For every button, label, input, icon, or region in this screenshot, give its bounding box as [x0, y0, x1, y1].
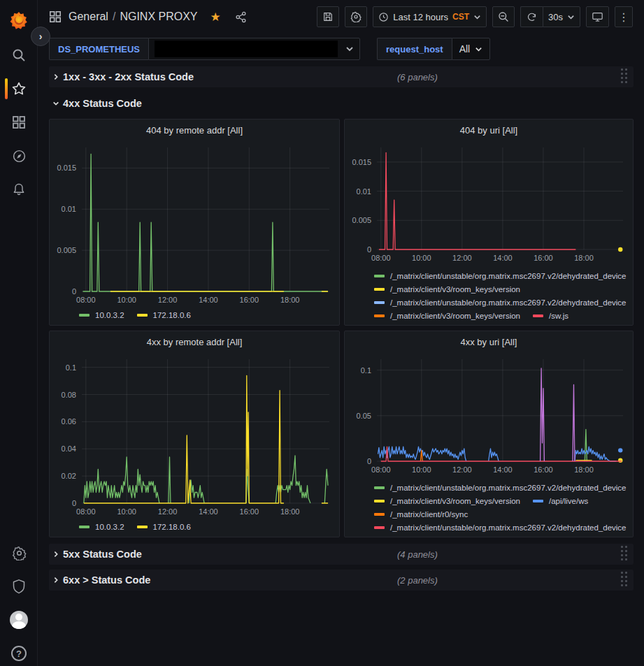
- chart-legend: 10.0.3.2172.18.0.6: [50, 310, 339, 319]
- legend-swatch: [79, 526, 90, 528]
- request-host-variable-select[interactable]: All: [452, 38, 491, 60]
- refresh-button[interactable]: [520, 6, 543, 27]
- legend-item[interactable]: /_matrix/client/unstable/org.matrix.msc2…: [374, 523, 627, 532]
- help-icon[interactable]: ?: [0, 642, 38, 665]
- row-title: 1xx - 3xx - 2xx Status Code: [63, 71, 194, 82]
- svg-text:0.01: 0.01: [62, 205, 76, 213]
- datasource-variable-select[interactable]: [148, 38, 360, 60]
- svg-text:08:00: 08:00: [76, 296, 96, 304]
- svg-text:18:00: 18:00: [574, 465, 594, 474]
- row-drag-handle[interactable]: [621, 572, 629, 588]
- tv-kiosk-button[interactable]: [586, 6, 609, 27]
- legend-swatch: [374, 500, 385, 502]
- legend-item[interactable]: 172.18.0.6: [137, 311, 191, 319]
- svg-text:08:00: 08:00: [371, 254, 391, 262]
- chevron-down-icon: [345, 45, 354, 53]
- refresh-interval-value: 30s: [548, 12, 563, 22]
- panel-title[interactable]: 4xx by uri [All]: [345, 331, 633, 352]
- row-drag-handle[interactable]: [621, 546, 629, 563]
- legend-item[interactable]: /_matrix/client/r0/sync: [374, 510, 468, 519]
- row-panel-count: (2 panels): [397, 575, 438, 586]
- svg-text:08:00: 08:00: [371, 465, 391, 474]
- panel-title[interactable]: 4xx by remote addr [All]: [50, 331, 339, 352]
- timeseries-chart[interactable]: 00.0050.010.01508:0010:0012:0014:0016:00…: [345, 140, 633, 268]
- grafana-logo[interactable]: [0, 8, 38, 32]
- legend-swatch: [374, 288, 385, 291]
- legend-label: /api/live/ws: [549, 497, 588, 505]
- favorite-star-icon[interactable]: ★: [210, 10, 221, 24]
- chevron-right-icon: [49, 551, 63, 558]
- legend-item[interactable]: /_matrix/client/v3/room_keys/version: [374, 312, 520, 320]
- panel-title[interactable]: 404 by remote addr [All]: [50, 120, 339, 140]
- legend-label: /_matrix/client/unstable/org.matrix.msc2…: [390, 523, 627, 532]
- panel-title[interactable]: 404 by uri [All]: [345, 120, 633, 140]
- legend-swatch: [137, 526, 148, 528]
- configuration-gear-icon[interactable]: [0, 541, 38, 565]
- legend-item[interactable]: /_matrix/client/unstable/org.matrix.msc2…: [374, 298, 627, 307]
- legend-swatch: [374, 513, 385, 516]
- svg-text:0.015: 0.015: [57, 164, 76, 172]
- sidebar-expand-button[interactable]: ›: [31, 27, 50, 46]
- svg-text:14:00: 14:00: [199, 507, 218, 516]
- dashboard-settings-button[interactable]: [345, 6, 367, 27]
- legend-item[interactable]: /_matrix/client/v3/room_keys/version: [374, 497, 520, 505]
- timeseries-chart[interactable]: 00.020.040.060.080.108:0010:0012:0014:00…: [50, 352, 339, 521]
- datasource-variable-label[interactable]: DS_PROMETHEUS: [49, 38, 148, 60]
- timeseries-chart[interactable]: 00.050.108:0010:0012:0014:0016:0018:00: [345, 352, 633, 479]
- svg-text:10:00: 10:00: [117, 296, 136, 304]
- refresh-interval-select[interactable]: 30s: [543, 6, 580, 27]
- sidebar: ?: [0, 0, 38, 666]
- legend-item[interactable]: 172.18.0.6: [137, 523, 191, 531]
- legend-item[interactable]: /_matrix/client/unstable/org.matrix.msc2…: [374, 272, 627, 280]
- apps-grid-icon[interactable]: [49, 10, 62, 23]
- timezone-label: CST: [452, 12, 469, 22]
- row-drag-handle[interactable]: [621, 68, 629, 85]
- legend-swatch: [374, 486, 385, 489]
- request-host-variable-label[interactable]: request_host: [377, 38, 452, 60]
- legend-item[interactable]: 10.0.3.2: [79, 523, 124, 531]
- admin-shield-icon[interactable]: [0, 574, 38, 598]
- legend-item[interactable]: /_matrix/client/unstable/org.matrix.msc2…: [374, 484, 627, 492]
- row-title: 6xx > Status Code: [63, 574, 150, 586]
- save-dashboard-button[interactable]: [317, 6, 339, 27]
- chevron-down-icon: [473, 13, 481, 21]
- panel-4xx-by-uri: 4xx by uri [All] 00.050.108:0010:0012:00…: [344, 331, 634, 537]
- legend-item[interactable]: /api/live/ws: [533, 497, 588, 505]
- zoom-out-time-button[interactable]: [492, 6, 515, 27]
- time-range-picker[interactable]: Last 12 hours CST: [373, 6, 487, 27]
- legend-label: /_matrix/client/unstable/org.matrix.msc2…: [390, 272, 627, 280]
- legend-item[interactable]: 10.0.3.2: [79, 311, 124, 319]
- svg-text:0: 0: [72, 499, 76, 507]
- dashboard-title[interactable]: NGINX PROXY: [120, 10, 197, 22]
- breadcrumb-section[interactable]: General: [69, 10, 108, 22]
- legend-label: 172.18.0.6: [153, 523, 191, 531]
- legend-swatch: [533, 314, 543, 317]
- row-header-6xx[interactable]: 6xx > Status Code (2 panels): [49, 570, 634, 591]
- row-panel-count: (6 panels): [397, 72, 438, 82]
- svg-text:14:00: 14:00: [493, 465, 513, 474]
- share-icon[interactable]: [235, 11, 247, 23]
- row-title: 5xx Status Code: [63, 549, 142, 560]
- chevron-right-icon: [49, 73, 63, 80]
- svg-text:0.06: 0.06: [62, 417, 76, 426]
- search-icon[interactable]: [0, 43, 38, 67]
- legend-item[interactable]: /sw.js: [533, 312, 568, 320]
- timeseries-chart[interactable]: 00.0050.010.01508:0010:0012:0014:0016:00…: [50, 140, 339, 310]
- alerting-bell-icon[interactable]: [0, 178, 38, 201]
- row-header-5xx[interactable]: 5xx Status Code (4 panels): [49, 544, 634, 565]
- svg-text:16:00: 16:00: [534, 254, 553, 262]
- legend-item[interactable]: /_matrix/client/v3/room_keys/version: [374, 285, 520, 294]
- kebab-menu-button[interactable]: ⋮: [615, 6, 633, 27]
- row-header-4xx[interactable]: 4xx Status Code: [49, 93, 634, 114]
- sidebar-item-starred[interactable]: [0, 77, 38, 101]
- legend-label: /_matrix/client/v3/room_keys/version: [390, 285, 520, 294]
- svg-text:0.1: 0.1: [361, 366, 371, 375]
- active-indicator: [5, 78, 8, 99]
- user-avatar[interactable]: [0, 608, 38, 632]
- svg-text:10:00: 10:00: [412, 465, 431, 474]
- sidebar-item-dashboards[interactable]: [0, 110, 38, 134]
- row-header-1xx[interactable]: 1xx - 3xx - 2xx Status Code (6 panels): [49, 66, 634, 87]
- variables-toolbar: DS_PROMETHEUS request_host All: [38, 34, 644, 64]
- svg-text:0.04: 0.04: [62, 444, 76, 453]
- explore-compass-icon[interactable]: [0, 144, 38, 168]
